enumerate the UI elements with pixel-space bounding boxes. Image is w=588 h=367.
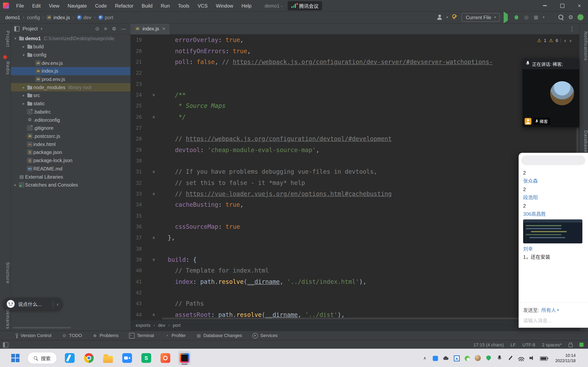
code-line[interactable]: 40 // Template for index.html bbox=[130, 265, 579, 276]
code-line[interactable]: 38 bbox=[130, 243, 579, 254]
code-line[interactable]: 26∧ */ bbox=[130, 111, 579, 122]
code-line[interactable]: 22 bbox=[130, 67, 579, 78]
code-line[interactable]: 20 notifyOnErrors: true, bbox=[130, 45, 579, 57]
taskbar-app-app-orange[interactable] bbox=[159, 351, 172, 365]
chat-sender-name[interactable]: 张众森 bbox=[523, 178, 584, 185]
tree-chevron-icon[interactable]: ▸ bbox=[21, 85, 26, 89]
chat-image-thumbnail[interactable] bbox=[523, 219, 582, 243]
tree-chevron-icon[interactable]: ▾ bbox=[21, 53, 26, 57]
breadcrumb-item-index.js[interactable]: JSindex.js bbox=[47, 15, 70, 20]
meeting-video-tile[interactable]: 稀客 bbox=[522, 69, 579, 127]
tree-item-config[interactable]: ▾config bbox=[10, 51, 130, 59]
inspections-widget[interactable]: ⚠1 ⚠6 ∧ ∨ bbox=[536, 37, 573, 44]
indent-widget[interactable]: 2 spaces* bbox=[542, 342, 562, 347]
fold-marker-icon[interactable]: ∨ bbox=[142, 257, 160, 262]
code-line[interactable]: 25 * Source Maps bbox=[130, 100, 579, 111]
menu-item-navigate[interactable]: Navigate bbox=[64, 2, 90, 9]
fold-marker-icon[interactable]: ∧ bbox=[142, 192, 160, 196]
toolwindow-button-todo[interactable]: ⊙TODO bbox=[62, 333, 82, 338]
chat-sender-name[interactable]: 段浩阳 bbox=[523, 194, 584, 201]
tree-item-dev.env.js[interactable]: dev.env.js bbox=[10, 59, 130, 67]
taskbar-clock[interactable]: 10:14 2022/11/18 bbox=[555, 353, 576, 364]
code-line[interactable]: 19 errorOverlay: true, bbox=[130, 34, 579, 45]
menu-item-window[interactable]: Window bbox=[213, 2, 237, 9]
tree-item-.babelrc[interactable]: .babelrc bbox=[10, 108, 130, 116]
menu-item-build[interactable]: Build bbox=[138, 2, 156, 9]
wifi-tray-icon[interactable] bbox=[518, 356, 524, 361]
tree-item-ExternalLibraries[interactable]: ▤External Libraries bbox=[10, 173, 130, 181]
collapse-arrow-icon[interactable]: ‹ bbox=[57, 301, 59, 307]
editor-breadcrumb-port[interactable]: port bbox=[173, 323, 181, 328]
chat-message-list[interactable]: 2张众森2段浩阳2306高昌胜刘幸1，还在安装 bbox=[519, 165, 588, 303]
tool-windows-toggle-icon[interactable] bbox=[3, 342, 8, 347]
chevron-down-icon[interactable]: ▾ bbox=[41, 27, 42, 30]
tree-item-node_modules[interactable]: ▸node_moduleslibrary root bbox=[10, 83, 130, 91]
tool-strip-redis[interactable]: Redis bbox=[0, 61, 10, 75]
chat-toolbar[interactable] bbox=[521, 155, 585, 165]
tool-strip-notifications[interactable]: Notifications bbox=[580, 31, 588, 61]
tree-item-demo1[interactable]: ▾demo1C:\Users\zed\Desktop\vuepro\de bbox=[10, 34, 130, 43]
menu-item-file[interactable]: File bbox=[13, 2, 27, 9]
tree-chevron-icon[interactable]: ▾ bbox=[13, 36, 18, 41]
tool-strip-database[interactable]: Database bbox=[580, 130, 588, 152]
menu-item-vcs[interactable]: VCS bbox=[194, 2, 211, 9]
send-to-select[interactable]: 所有人 ▾ bbox=[541, 306, 559, 313]
toolwindow-button-services[interactable]: ▶Services bbox=[252, 333, 278, 338]
emoji-face-icon[interactable] bbox=[7, 300, 15, 308]
code-line[interactable]: 35 bbox=[130, 210, 579, 221]
code-line[interactable]: 39∨ build: { bbox=[130, 254, 579, 265]
chat-input[interactable]: 请输入消息... bbox=[519, 315, 588, 328]
code-line[interactable]: 32 // set this to false - it *may* help bbox=[130, 177, 579, 188]
fold-marker-icon[interactable]: ∨ bbox=[142, 92, 160, 97]
meeting-quick-chat-bubble[interactable]: 说点什么... ‹ bbox=[3, 298, 62, 310]
photos-tray-icon[interactable] bbox=[454, 355, 459, 361]
fold-marker-icon[interactable]: ∧ bbox=[142, 235, 160, 240]
quick-chat-placeholder[interactable]: 说点什么... bbox=[18, 300, 50, 308]
tree-chevron-icon[interactable]: ▸ bbox=[21, 93, 26, 98]
tree-item-package.json[interactable]: package.json bbox=[10, 148, 130, 156]
taskbar-app-shimo[interactable] bbox=[140, 351, 153, 365]
editor-breadcrumb-exports[interactable]: exports bbox=[136, 323, 150, 328]
onedrive-tray-icon[interactable] bbox=[443, 355, 449, 361]
taskbar-app-meeting[interactable] bbox=[121, 351, 133, 365]
volume-tray-icon[interactable] bbox=[529, 355, 535, 361]
code-line[interactable]: 37∧ }, bbox=[130, 232, 579, 243]
meeting-titlebar-widget[interactable]: 腾讯会议 bbox=[288, 1, 322, 10]
breadcrumb-item-demo1[interactable]: demo1 bbox=[5, 15, 20, 20]
tree-item-build[interactable]: ▸build bbox=[10, 43, 130, 51]
toolwindow-button-vc[interactable]: Version Control bbox=[13, 333, 52, 338]
breadcrumb-item-dev[interactable]: Pdev bbox=[77, 15, 91, 20]
menu-item-edit[interactable]: Edit bbox=[29, 2, 44, 9]
chat-sender-name[interactable]: 刘幸 bbox=[523, 245, 584, 252]
tree-item-prod.env.js[interactable]: prod.env.js bbox=[10, 75, 130, 83]
hide-panel-button[interactable]: — bbox=[121, 26, 126, 32]
editor-breadcrumb-dev[interactable]: dev bbox=[158, 323, 165, 328]
taskbar-app-chrome[interactable] bbox=[82, 351, 95, 365]
meeting-video-overlay[interactable]: 正在讲话: 稀客; 稀客 bbox=[522, 58, 579, 127]
collapse-all-button[interactable]: ≡ bbox=[104, 26, 107, 32]
run-configuration-select[interactable]: Current File ▾ bbox=[462, 13, 500, 21]
encoding-widget[interactable]: UTF-8 bbox=[522, 342, 535, 347]
run-button[interactable] bbox=[504, 12, 508, 23]
tab-options-icon[interactable]: ⋮ bbox=[569, 25, 579, 32]
debug-button[interactable] bbox=[513, 14, 519, 20]
code-line[interactable]: 31∨ // If you have problems debugging vu… bbox=[130, 166, 579, 177]
tab-close-icon[interactable]: × bbox=[162, 26, 165, 32]
meeting-tray-icon[interactable] bbox=[433, 356, 438, 361]
tree-item-src[interactable]: ▸src bbox=[10, 91, 130, 100]
restore-button[interactable] bbox=[553, 0, 571, 11]
code-line[interactable]: 36 cssSourceMap: true bbox=[130, 221, 579, 232]
project-horizontal-scrollbar[interactable] bbox=[13, 327, 71, 328]
tree-item-index.html[interactable]: index.html bbox=[10, 140, 130, 149]
chat-sender-name[interactable]: 306高昌胜 bbox=[523, 210, 584, 217]
prev-problem-icon[interactable]: ∧ bbox=[564, 38, 566, 42]
coverage-button[interactable]: ◎ bbox=[523, 14, 529, 20]
start-button[interactable] bbox=[10, 352, 21, 364]
code-line[interactable]: 41 index: path.resolve(__dirname, '../di… bbox=[130, 276, 579, 287]
avatar-tray-icon[interactable] bbox=[475, 355, 481, 361]
menu-item-run[interactable]: Run bbox=[157, 2, 173, 9]
mic-tray-icon[interactable] bbox=[496, 355, 502, 361]
tree-chevron-icon[interactable]: ▸ bbox=[21, 101, 26, 106]
taskbar-app-idea[interactable] bbox=[178, 351, 191, 365]
search-everywhere-button[interactable] bbox=[558, 14, 564, 20]
